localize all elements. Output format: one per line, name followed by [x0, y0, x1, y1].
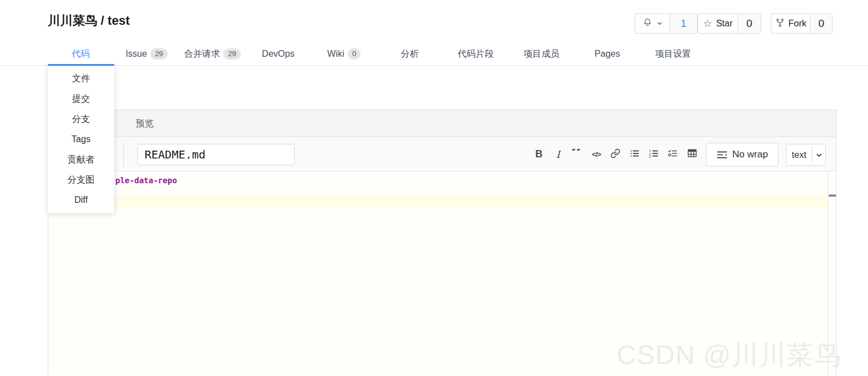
scrollbar-thumb[interactable]	[829, 194, 836, 197]
menu-item-branches[interactable]: 分支	[48, 109, 114, 129]
menu-item-diff[interactable]: Diff	[48, 190, 114, 210]
tab-preview[interactable]: 预览	[136, 110, 154, 137]
tab-members[interactable]: 项目成员	[509, 42, 574, 66]
star-icon: ☆	[703, 17, 712, 30]
tab-devops[interactable]: DevOps	[245, 42, 311, 66]
link-button[interactable]	[606, 145, 625, 164]
star-button[interactable]: ☆ Star	[698, 13, 737, 34]
select-chevron-down-icon	[812, 144, 825, 165]
task-list-button[interactable]	[663, 145, 682, 164]
tab-wiki[interactable]: Wiki0	[311, 42, 377, 66]
tab-pages[interactable]: Pages	[574, 42, 640, 66]
fork-label: Fork	[789, 19, 807, 29]
editor-toolbar: B I ” </>	[48, 137, 836, 171]
code-editor-area[interactable]: ple-data-repo	[48, 171, 836, 375]
bold-button[interactable]: B	[529, 145, 548, 164]
tab-settings[interactable]: 项目设置	[640, 42, 706, 66]
italic-icon: I	[556, 148, 560, 160]
ordered-list-icon: 1 2 3	[649, 148, 659, 161]
repo-title-separator: /	[97, 13, 107, 28]
menu-item-tags[interactable]: Tags	[48, 129, 114, 150]
file-editor-panel: 预览 B I ” </>	[48, 110, 836, 376]
tab-code[interactable]: 代码	[48, 42, 114, 66]
code-dropdown-menu: 文件 提交 分支 Tags 贡献者 分支图 Diff	[48, 66, 114, 213]
ordered-list-button[interactable]: 1 2 3	[644, 145, 663, 164]
table-icon	[687, 148, 698, 161]
watch-button[interactable]	[635, 13, 669, 34]
repo-name[interactable]: test	[107, 13, 129, 28]
star-button-group: ☆ Star 0	[698, 13, 761, 34]
fork-icon	[775, 18, 785, 30]
bold-icon: B	[536, 148, 543, 160]
fork-count[interactable]: 0	[810, 13, 833, 34]
fork-button[interactable]: Fork	[771, 13, 810, 34]
task-list-icon	[668, 148, 678, 161]
table-button[interactable]	[682, 145, 701, 164]
repo-title: 川川菜鸟 / test	[48, 12, 129, 29]
menu-item-branch-graph[interactable]: 分支图	[48, 170, 114, 190]
editor-vertical-scrollbar[interactable]	[827, 171, 836, 375]
tab-snippets[interactable]: 代码片段	[443, 42, 509, 66]
page: 川川菜鸟 / test 1 ☆ Star 0	[0, 0, 868, 376]
tab-merge-requests[interactable]: 合并请求29	[179, 42, 245, 66]
repo-nav: 代码 Issue29 合并请求29 DevOps Wiki0 分析 代码片段 项…	[0, 42, 868, 66]
syntax-mode-select[interactable]: text	[786, 144, 826, 166]
wiki-badge: 0	[348, 48, 361, 60]
chevron-down-icon	[656, 19, 663, 29]
editor-panel-header: 预览	[48, 110, 836, 137]
watch-button-group: 1	[635, 13, 698, 34]
menu-item-commits[interactable]: 提交	[48, 89, 114, 109]
code-line-heading[interactable]: ple-data-repo	[115, 174, 177, 187]
repo-owner[interactable]: 川川菜鸟	[48, 13, 97, 28]
quote-button[interactable]: ”	[568, 145, 587, 164]
toolbar-divider	[123, 142, 124, 166]
syntax-mode-value: text	[786, 144, 812, 165]
unordered-list-icon	[629, 148, 640, 161]
unordered-list-button[interactable]	[625, 145, 644, 164]
wrap-icon	[717, 150, 727, 160]
filename-input[interactable]	[137, 144, 295, 165]
quote-icon: ”	[571, 149, 583, 160]
star-label: Star	[716, 19, 732, 29]
merge-requests-badge: 29	[223, 48, 240, 60]
menu-item-contributors[interactable]: 贡献者	[48, 150, 114, 170]
code-button[interactable]: </>	[587, 145, 606, 164]
watch-count[interactable]: 1	[669, 13, 698, 34]
link-icon	[610, 148, 620, 161]
current-line-highlight	[48, 196, 827, 209]
code-icon: </>	[592, 150, 601, 158]
svg-text:3: 3	[649, 155, 651, 158]
fork-button-group: Fork 0	[771, 13, 833, 34]
bell-icon	[642, 17, 653, 30]
star-count[interactable]: 0	[737, 13, 761, 34]
issues-badge: 29	[150, 48, 167, 60]
italic-button[interactable]: I	[548, 145, 568, 164]
menu-item-files[interactable]: 文件	[48, 69, 114, 89]
tab-issues[interactable]: Issue29	[114, 42, 179, 66]
no-wrap-button[interactable]: No wrap	[706, 143, 779, 166]
no-wrap-label: No wrap	[732, 149, 768, 160]
tab-analytics[interactable]: 分析	[377, 42, 443, 66]
format-icons: B I ” </>	[529, 137, 701, 171]
